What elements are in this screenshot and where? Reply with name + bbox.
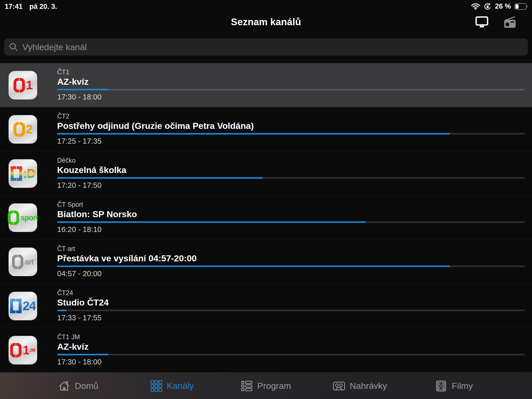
channel-logo: 1 JM	[9, 336, 37, 364]
logo-text: sport	[21, 214, 38, 222]
logo-bracket-right-icon	[19, 78, 25, 92]
tv-icon	[475, 16, 488, 28]
tv-mode-button[interactable]	[475, 16, 488, 29]
channel-list: 1 ČT1 AZ-kvíz 17:30 - 18:00 2	[0, 63, 532, 372]
home-icon	[58, 380, 70, 392]
progress-fill	[57, 177, 263, 179]
status-time: 17:41	[5, 3, 23, 11]
logo-bracket-left-icon	[8, 210, 13, 225]
logo-bracket-right-icon	[14, 210, 19, 225]
tab-label: Program	[257, 381, 291, 391]
progress-fill	[57, 89, 109, 90]
logo-bracket-left-icon	[14, 122, 19, 137]
logo-bracket-left-icon	[10, 299, 16, 313]
battery-percent: 26 %	[495, 2, 511, 10]
channel-logo-mark: sport	[8, 210, 38, 225]
channel-logo-mark: 24	[10, 299, 35, 313]
status-bar-right: 26 %	[471, 2, 529, 10]
logo-text: 24	[23, 300, 35, 312]
channel-row[interactable]: 1 ČT1 AZ-kvíz 17:30 - 18:00	[0, 63, 532, 107]
tab-domu[interactable]: Domů	[31, 373, 125, 399]
channel-logo: 24	[9, 292, 37, 320]
channel-logo: 1	[9, 71, 37, 99]
progress-fill	[57, 354, 109, 355]
channel-row-body: ČT1 JM AZ-kvíz 17:30 - 18:00	[57, 328, 525, 372]
program-title: Kouzelná školka	[57, 165, 525, 175]
channel-row[interactable]: 2 ČT2 Postřehy odjinud (Gruzie očima Pet…	[0, 107, 532, 151]
progress-bar	[57, 89, 525, 90]
logo-bracket-right-icon	[16, 343, 22, 357]
channel-logo: :D	[9, 159, 37, 188]
program-time: 17:30 - 18:00	[57, 93, 102, 101]
channel-row[interactable]: 1 JM ČT1 JM AZ-kvíz 17:30 - 18:00	[0, 328, 532, 372]
channel-row-body: ČT Sport Biatlon: SP Norsko 16:20 - 18:1…	[57, 196, 525, 240]
program-title: Biatlon: SP Norsko	[57, 209, 525, 219]
channel-name: ČT24	[57, 289, 73, 297]
channel-row-body: ČT24 Studio ČT24 17:33 - 17:55	[57, 284, 525, 328]
channel-row[interactable]: :D Déčko Kouzelná školka 17:20 - 17:50	[0, 151, 532, 196]
channel-row[interactable]: art ČT art Přestávka ve vysílání 04:57-2…	[0, 240, 532, 284]
channel-row[interactable]: sport ČT Sport Biatlon: SP Norsko 16:20 …	[0, 196, 532, 240]
progress-bar	[57, 265, 525, 267]
app-screen: 17:41 pá 20. 3. 26 % Seznam kanálů	[0, 0, 532, 399]
logo-bracket-right-icon	[17, 166, 22, 181]
progress-fill	[57, 221, 366, 223]
tab-kanaly[interactable]: Kanály	[125, 373, 219, 399]
channel-logo: 2	[9, 115, 37, 144]
channel-name: ČT1	[57, 68, 69, 76]
battery-icon	[514, 3, 529, 10]
channel-logo-mark: 1 JM	[10, 343, 35, 357]
progress-bar	[57, 133, 525, 135]
program-title: AZ-kvíz	[57, 77, 525, 87]
channel-row[interactable]: 24 ČT24 Studio ČT24 17:33 - 17:55	[0, 284, 532, 328]
logo-bracket-left-icon	[11, 166, 16, 181]
rotation-lock-icon	[484, 3, 491, 10]
progress-fill	[57, 133, 450, 135]
channel-name: ČT art	[57, 245, 75, 252]
tab-filmy[interactable]: Filmy	[407, 373, 501, 399]
channel-logo-mark: 1	[14, 78, 32, 92]
progress-bar	[57, 310, 525, 311]
logo-bracket-left-icon	[14, 78, 19, 92]
progress-bar	[57, 221, 525, 223]
status-bar-left: 17:41 pá 20. 3.	[5, 3, 57, 11]
program-title: AZ-kvíz	[57, 342, 525, 352]
logo-text: 2	[26, 123, 32, 136]
search-input[interactable]	[22, 42, 523, 52]
program-time: 04:57 - 20:00	[57, 269, 102, 278]
channel-row-body: Déčko Kouzelná školka 17:20 - 17:50	[57, 151, 525, 196]
program-title: Přestávka ve vysílání 04:57-20:00	[57, 253, 525, 263]
logo-bracket-right-icon	[16, 299, 22, 313]
channel-logo: sport	[9, 203, 37, 232]
tab-program[interactable]: Program	[219, 373, 313, 399]
status-date: pá 20. 3.	[29, 3, 57, 11]
channel-name: Déčko	[57, 157, 76, 164]
tab-bar: Domů Kanály Program	[0, 373, 532, 399]
channel-row-body: ČT art Přestávka ve vysílání 04:57-20:00…	[57, 240, 525, 284]
logo-bracket-left-icon	[10, 343, 16, 357]
radio-icon	[503, 16, 516, 29]
progress-bar	[57, 354, 525, 355]
logo-text: 1	[23, 344, 29, 356]
progress-bar	[57, 177, 525, 179]
channel-name: ČT2	[57, 112, 69, 120]
channel-logo-mark: art	[12, 255, 34, 269]
recordings-cassette-icon	[333, 380, 345, 392]
program-list-icon	[241, 380, 253, 392]
wifi-icon	[471, 3, 480, 10]
program-time: 17:25 - 17:35	[57, 137, 102, 145]
radio-mode-button[interactable]	[503, 16, 516, 29]
search-bar	[4, 38, 528, 56]
program-time: 17:33 - 17:55	[57, 314, 102, 322]
channel-row-body: ČT1 AZ-kvíz 17:30 - 18:00	[57, 63, 525, 107]
logo-text: art	[25, 258, 34, 266]
logo-bracket-right-icon	[18, 255, 23, 269]
program-time: 17:20 - 17:50	[57, 181, 102, 190]
tab-nahravky[interactable]: Nahrávky	[313, 373, 407, 399]
logo-bracket-left-icon	[12, 255, 17, 269]
logo-text: :D	[23, 167, 35, 180]
channel-logo-mark: :D	[11, 166, 35, 181]
channel-name: ČT1 JM	[57, 333, 80, 341]
logo-superscript: JM	[29, 348, 36, 353]
program-time: 17:30 - 18:00	[57, 358, 102, 366]
